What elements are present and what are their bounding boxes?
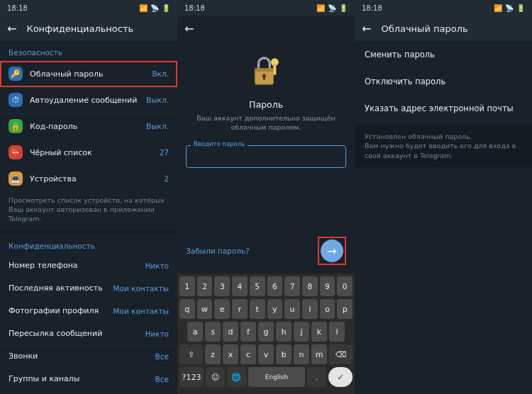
key-1[interactable]: 1 [179,276,195,296]
submit-button[interactable]: → [321,240,343,262]
row-label: Последняя активность [9,283,103,293]
key-f[interactable]: f [240,322,256,342]
key-a[interactable]: a [187,322,203,342]
key-t[interactable]: t [250,299,265,319]
row-forwarding[interactable]: Пересылка сообщений Никто [0,322,177,345]
row-cloud-password[interactable]: 🔑 Облачный пароль Вкл. [0,61,177,87]
row-phone[interactable]: Номер телефона Никто [0,254,177,277]
key-v[interactable]: v [258,344,274,364]
key-g[interactable]: g [258,322,274,342]
keyboard-row-3: ⇧ z x c v b n m ⌫ [179,344,353,364]
key-w[interactable]: w [197,299,213,319]
page-title: Облачный пароль [381,23,467,34]
row-disable-password[interactable]: Отключить пароль [355,68,532,95]
key-x[interactable]: x [223,344,238,364]
blocked-icon: ⛔ [9,145,23,159]
back-icon[interactable]: ← [184,22,194,35]
keyboard-row-2: a s d f g h j k l [179,322,353,342]
row-label: Автоудаление сообщений [30,96,146,105]
on-screen-keyboard: 1 2 3 4 5 6 7 8 9 0 q w e r t y u i o p … [177,274,355,394]
key-m[interactable]: m [311,344,327,364]
row-value: Мои контакты [113,284,169,293]
password-input[interactable] [186,145,346,168]
row-code-password[interactable]: 🔒 Код-пароль Выкл. [0,113,177,140]
key-5[interactable]: 5 [250,276,265,296]
arrow-right-icon: → [327,244,336,258]
row-profile-photos[interactable]: Фотографии профиля Мои контакты [0,300,177,322]
status-time: 18:18 [362,4,382,12]
key-4[interactable]: 4 [232,276,248,296]
forgot-row: Забыли пароль? → [177,237,355,265]
header: ← Конфиденциальность [0,16,177,41]
key-b[interactable]: b [276,344,292,364]
key-y[interactable]: y [267,299,283,319]
svg-rect-3 [263,76,265,80]
key-e[interactable]: e [214,299,230,319]
row-last-seen[interactable]: Последняя активность Мои контакты [0,277,177,300]
key-3[interactable]: 3 [214,276,230,296]
row-change-password[interactable]: Сменить пароль [355,41,532,68]
key-enter[interactable]: ✓ [328,367,353,387]
row-label: Группы и каналы [9,374,79,383]
key-0[interactable]: 0 [337,276,353,296]
row-value: Никто [145,261,169,270]
key-d[interactable]: d [223,322,238,342]
keyboard-row-numbers: 1 2 3 4 5 6 7 8 9 0 [179,276,353,296]
key-k[interactable]: k [311,322,327,342]
status-icons: 📶 📡 🔋 [139,4,170,12]
password-title: Пароль [177,96,355,113]
row-blacklist[interactable]: ⛔ Чёрный список 27 [0,140,177,166]
key-8[interactable]: 8 [302,276,318,296]
key-o[interactable]: o [320,299,336,319]
row-groups[interactable]: Группы и каналы Все [0,368,177,390]
row-value: Никто [145,330,169,338]
back-icon[interactable]: ← [7,22,16,35]
key-s[interactable]: s [205,322,221,342]
status-bar: 18:18 📶 📡 🔋 [0,0,177,16]
forgot-password-link[interactable]: Забыли пароль? [186,247,250,255]
status-icons: 📶 📡 🔋 [494,4,525,12]
row-autodelete[interactable]: ⏱ Автоудаление сообщений Выкл. [0,87,177,113]
key-h[interactable]: h [276,322,292,342]
row-voice[interactable]: Голосовые сообщения 🔒Все [0,390,177,394]
row-value: Выкл. [146,96,169,104]
back-icon[interactable]: ← [362,22,371,35]
key-q[interactable]: q [179,299,195,319]
shift-icon: ⇧ [188,350,194,359]
key-space[interactable]: English [248,367,306,387]
password-entry-screen: 18:18 📶 📡 🔋 ← Пароль Ваш аккаунт дополни… [177,0,355,394]
key-u[interactable]: u [284,299,300,319]
key-l[interactable]: l [329,322,345,342]
volte-icon: 📶 [494,4,502,12]
keyboard-row-1: q w e r t y u i o p [179,299,353,319]
row-value: Мои контакты [113,307,169,315]
key-9[interactable]: 9 [320,276,336,296]
row-label: Фотографии профиля [9,306,99,315]
section-security-label: Безопасность [0,41,177,61]
backspace-icon: ⌫ [336,350,347,359]
row-set-email[interactable]: Указать адрес электронной почты [355,95,532,122]
key-j[interactable]: j [294,322,309,342]
key-backspace[interactable]: ⌫ [329,344,353,364]
key-mode[interactable]: ?123 [179,367,204,387]
key-icon: 🔑 [9,67,23,81]
row-calls[interactable]: Звонки Все [0,345,177,368]
row-label: Чёрный список [30,148,160,157]
key-emoji[interactable]: ☺ [206,367,225,387]
key-n[interactable]: n [294,344,309,364]
key-period[interactable]: . [307,367,326,387]
row-label: Звонки [9,351,38,361]
status-bar: 18:18 📶 📡 🔋 [177,0,355,16]
key-6[interactable]: 6 [267,276,283,296]
key-7[interactable]: 7 [284,276,300,296]
key-r[interactable]: r [232,299,248,319]
key-i[interactable]: i [302,299,318,319]
row-devices[interactable]: 💻 Устройства 2 [0,166,177,192]
key-z[interactable]: z [205,344,221,364]
key-2[interactable]: 2 [197,276,213,296]
key-lang[interactable]: 🌐 [227,367,246,387]
key-c[interactable]: c [240,344,256,364]
key-p[interactable]: p [337,299,353,319]
key-shift[interactable]: ⇧ [179,344,203,364]
padlock-icon [246,51,286,91]
